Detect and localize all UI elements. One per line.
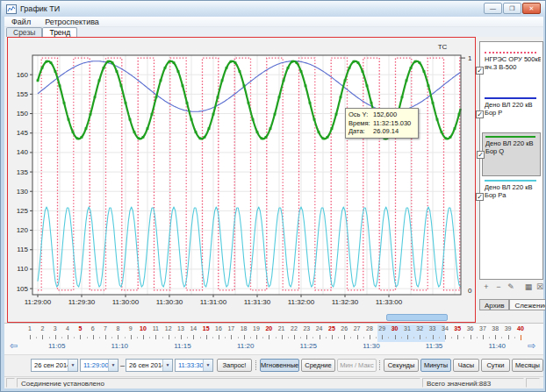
timeline-minute-label[interactable]: 4 — [61, 325, 74, 331]
tooltip-y-label: Ось Y: — [348, 110, 373, 119]
close-box-icon[interactable]: ☒ — [535, 282, 545, 291]
trend-chart[interactable]: 10511011512012513013514014515015516011:2… — [7, 37, 476, 323]
time-to-combo[interactable]: 11:33:30 ▼ — [175, 359, 213, 372]
menu-retrospective[interactable]: Ретроспектива — [38, 18, 106, 26]
timeline-minute-label[interactable]: 13 — [175, 325, 187, 331]
timeline-minute-label[interactable]: 17 — [225, 325, 237, 331]
timeline-minute-label[interactable]: 24 — [313, 325, 326, 331]
minus-icon[interactable]: − — [493, 282, 504, 291]
timeline-minute-label[interactable]: 7 — [99, 325, 111, 331]
timeline-minute-label[interactable]: 6 — [87, 325, 99, 331]
channel-item[interactable]: Дено ВЛ 220 кВБор Q✓ — [482, 132, 541, 176]
dropdown-arrow-icon[interactable]: ▼ — [203, 360, 212, 371]
mode-instant-button[interactable]: Мгновенные — [260, 359, 299, 372]
timeline-minute-label[interactable]: 25 — [326, 325, 338, 331]
timeline-minute-label[interactable]: 20 — [262, 325, 275, 331]
timeline-minute-label[interactable]: 3 — [49, 325, 61, 331]
channel-checkbox[interactable]: ✓ — [476, 110, 484, 118]
timeline-minute-label[interactable]: 40 — [514, 325, 527, 331]
timeline-minute-label[interactable]: 1 — [24, 325, 36, 331]
interval-days-button[interactable]: Сутки — [481, 359, 510, 372]
dropdown-arrow-icon[interactable]: ▼ — [68, 360, 77, 371]
mode-minmax-button[interactable]: Мин / Макс — [337, 359, 377, 372]
dropdown-arrow-icon[interactable]: ▼ — [162, 360, 172, 371]
timeline-minute-label[interactable]: 38 — [489, 325, 501, 331]
channel-label-line1: НГРЭС ОРУ 500кВ — [482, 55, 541, 63]
plus-icon[interactable]: + — [481, 282, 492, 291]
channel-label-line1: Дено ВЛ 220 кВ — [482, 183, 541, 191]
timeline-minute-label[interactable]: 11 — [149, 325, 162, 331]
time-from-combo[interactable]: 11:29:00 ▼ — [80, 359, 119, 372]
timeline-minute-label[interactable]: 14 — [187, 325, 199, 331]
close-button[interactable]: ✕ — [522, 3, 541, 14]
channel-item[interactable]: НГРЭС ОРУ 500кВяч.3 В-500✓ — [482, 49, 541, 88]
timeline-half-tick — [313, 337, 313, 339]
timeline-minute-label[interactable]: 12 — [162, 325, 175, 331]
timeline-minute-label[interactable]: 37 — [477, 325, 489, 331]
interval-hours-button[interactable]: Часы — [453, 359, 479, 372]
tab-strip: Срезы Тренд — [4, 27, 543, 37]
timeline-minute-label[interactable]: 19 — [250, 325, 262, 331]
timeline-minute-label[interactable]: 30 — [389, 325, 401, 331]
timeline-tick — [193, 335, 194, 339]
channel-checkbox[interactable]: ✓ — [476, 67, 484, 75]
timeline-minute-label[interactable]: 28 — [363, 325, 376, 331]
timeline-tick — [320, 335, 320, 339]
timeline-minute-label[interactable]: 8 — [111, 325, 124, 331]
timeline-minute-label[interactable]: 9 — [125, 325, 137, 331]
svg-text:11:32:30: 11:32:30 — [332, 298, 359, 306]
mode-average-button[interactable]: Средние — [301, 359, 335, 372]
timeline-minute-label[interactable]: 21 — [276, 325, 288, 331]
timeline-minute-label[interactable]: 2 — [36, 325, 48, 331]
timeline-minute-label[interactable]: 39 — [502, 325, 514, 331]
svg-text:11:31:00: 11:31:00 — [200, 298, 227, 306]
timeline-half-tick — [149, 337, 150, 339]
timeline-minute-label[interactable]: 10 — [137, 325, 149, 331]
channel-checkbox[interactable]: ✓ — [477, 151, 485, 159]
timeline-minute-label[interactable]: 35 — [451, 325, 463, 331]
tab-srezy[interactable]: Срезы — [6, 27, 42, 37]
chart-canvas[interactable]: 10511011512012513013514014515015516011:2… — [8, 38, 475, 322]
timeline-minute-label[interactable]: 36 — [464, 325, 477, 331]
timeline-minute-label[interactable]: 15 — [200, 325, 212, 331]
interval-seconds-button[interactable]: Секунды — [384, 359, 419, 372]
app-window: График ТИ — ❐ ✕ Файл Ретроспектива Срезы… — [0, 0, 546, 392]
dropdown-arrow-icon[interactable]: ▼ — [108, 360, 118, 371]
timeline-minute-label[interactable]: 33 — [427, 325, 439, 331]
timeline-minute-label[interactable]: 18 — [238, 325, 250, 331]
timeline-scroll-thumb[interactable] — [386, 314, 448, 321]
query-button[interactable]: Запрос! — [217, 359, 252, 372]
timeline-minute-label[interactable]: 5 — [74, 325, 86, 331]
channel-item[interactable]: Дено ВЛ 220 кВБор P✓ — [482, 95, 541, 130]
grid-icon[interactable]: ▦ — [523, 282, 534, 291]
interval-minutes-button[interactable]: Минуты — [420, 359, 451, 372]
timeline-minute-label[interactable]: 32 — [413, 325, 426, 331]
menu-file[interactable]: Файл — [4, 18, 38, 26]
interval-months-button[interactable]: Месяцы — [512, 359, 543, 372]
timeline-minute-label[interactable]: 31 — [401, 325, 413, 331]
channel-checkbox[interactable]: ✓ — [476, 193, 484, 201]
status-cell-empty — [6, 378, 15, 388]
timeline-minute-label[interactable]: 29 — [376, 325, 388, 331]
timeline[interactable]: ⇦ ⇨ 123456789101112131415161718192021222… — [4, 323, 543, 354]
timeline-minute-label[interactable]: 34 — [439, 325, 451, 331]
timeline-half-tick — [137, 337, 138, 339]
timeline-half-tick — [338, 337, 339, 339]
minimize-button[interactable]: — — [484, 3, 502, 14]
timeline-right-arrow[interactable]: ⇨ — [528, 340, 535, 351]
pen-icon[interactable]: ✎ — [506, 282, 516, 291]
timeline-minute-label[interactable]: 16 — [212, 325, 225, 331]
date-to-combo[interactable]: 26 сен 2014 ▼ — [126, 359, 173, 372]
timeline-minute-label[interactable]: 23 — [300, 325, 313, 331]
tab-trend[interactable]: Тренд — [42, 27, 77, 37]
channel-item[interactable]: Дено ВЛ 220 кВБор Pа✓ — [482, 177, 541, 212]
timeline-left-arrow[interactable]: ⇦ — [10, 340, 18, 351]
timeline-minute-label[interactable]: 22 — [288, 325, 300, 331]
tab-archive[interactable]: Архив — [479, 299, 509, 310]
maximize-button[interactable]: ❐ — [503, 3, 521, 14]
svg-text:125: 125 — [17, 207, 29, 215]
tab-tracking[interactable]: Слежение — [509, 299, 546, 310]
timeline-minute-label[interactable]: 27 — [351, 325, 363, 331]
date-from-combo[interactable]: 26 сен 2014 ▼ — [31, 359, 78, 372]
timeline-minute-label[interactable]: 26 — [338, 325, 350, 331]
